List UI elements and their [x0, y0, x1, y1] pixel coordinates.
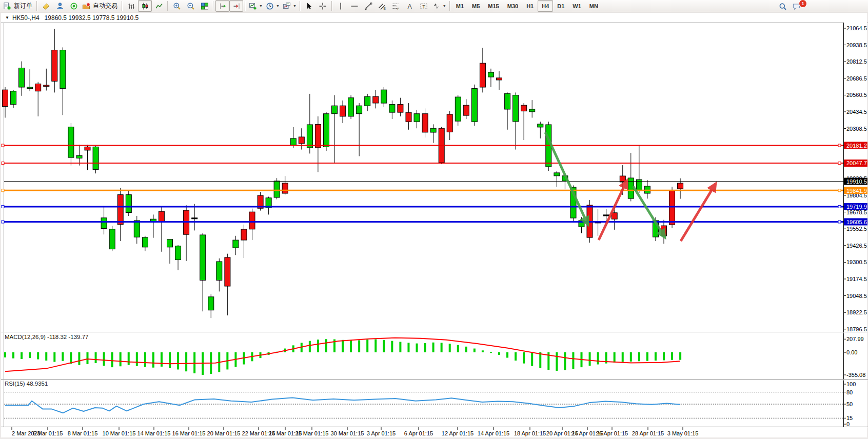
profiles-button[interactable]: ▼	[281, 0, 298, 12]
tf-h1[interactable]: H1	[522, 0, 538, 12]
periods-button[interactable]: ▼	[264, 0, 281, 12]
trading-terminal-window: 21064.520938.520812.520686.520560.520434…	[0, 0, 868, 439]
zoom-out-button[interactable]	[184, 0, 198, 12]
marketwatch-button[interactable]	[39, 0, 53, 12]
candlestick-chart-button[interactable]	[138, 0, 152, 12]
chart-collapse-icon[interactable]: ▼	[5, 15, 9, 20]
chart-canvas[interactable]: 21064.520938.520812.520686.520560.520434…	[0, 0, 868, 439]
candle	[126, 191, 131, 216]
macd-histogram-bar	[432, 343, 435, 352]
line-chart-button[interactable]	[152, 0, 166, 12]
toolbar-separator	[36, 1, 37, 11]
macd-histogram-bar	[391, 341, 393, 352]
macd-tick-label: -355.08	[846, 372, 865, 378]
macd-histogram-bar	[193, 352, 195, 373]
macd-histogram-bar	[29, 352, 31, 358]
macd-histogram-bar	[671, 352, 673, 360]
macd-histogram-bar	[169, 352, 171, 368]
toolbar-separator	[213, 1, 214, 11]
line-anchor-right[interactable]	[838, 162, 841, 165]
price-badge-label: 19605.6	[846, 219, 867, 225]
macd-histogram-bar	[37, 352, 39, 360]
data-window-button[interactable]	[53, 0, 67, 12]
macd-histogram-bar	[457, 345, 459, 352]
line-anchor-left[interactable]	[2, 221, 4, 223]
macd-histogram-bar	[498, 352, 500, 355]
line-anchor-left[interactable]	[2, 162, 4, 165]
price-badge-label: 19719.9	[846, 204, 867, 210]
crosshair-tool-button[interactable]	[316, 0, 330, 12]
signal-icon	[70, 2, 78, 10]
macd-histogram-bar	[62, 352, 64, 361]
tf-m30[interactable]: M30	[503, 0, 522, 12]
tf-d1[interactable]: D1	[553, 0, 568, 12]
cursor-tool-button[interactable]	[302, 0, 316, 12]
chevron-down-icon: ▼	[276, 4, 280, 8]
tf-w1[interactable]: W1	[568, 0, 585, 12]
rsi-tick-label: 80	[846, 389, 853, 395]
date-label: 26 Apr 01:15	[596, 430, 628, 436]
tf-m15-label: M15	[485, 3, 501, 9]
rsi-tick-label: 15	[846, 415, 853, 421]
bar-chart-button[interactable]	[124, 0, 138, 12]
macd-histogram-bar	[424, 343, 426, 352]
line-anchor-right[interactable]	[838, 205, 841, 208]
tile-windows-button[interactable]	[198, 0, 211, 12]
tf-mn[interactable]: MN	[585, 0, 602, 12]
macd-histogram-bar	[515, 352, 517, 361]
autoscroll-icon	[232, 2, 241, 10]
navigator-button[interactable]	[67, 0, 81, 12]
macd-tick-label: 0.00	[846, 349, 857, 355]
date-label: 16 Mar 01:15	[172, 430, 206, 436]
horizontal-line-tool[interactable]	[348, 0, 362, 12]
chart-shift-button[interactable]	[215, 0, 229, 12]
text-label-tool[interactable]	[417, 0, 431, 12]
auto-scroll-button[interactable]	[229, 0, 243, 12]
candle	[455, 95, 461, 126]
chart-background[interactable]	[1, 13, 867, 437]
macd-histogram-bar	[103, 352, 105, 366]
macd-histogram-bar	[4, 352, 6, 357]
rsi-tick-label: 0	[846, 421, 850, 427]
macd-tick-label: 207.99	[846, 336, 864, 342]
date-label: 28 Mar 01:15	[295, 430, 329, 436]
trendline-tool[interactable]	[362, 0, 376, 12]
fibonacci-tool[interactable]	[389, 0, 403, 12]
chart-ohlc-values: 19860.5 19932.5 19778.5 19910.5	[45, 14, 139, 22]
tf-h1-label: H1	[524, 3, 536, 9]
tf-mn-label: MN	[587, 3, 601, 9]
macd-histogram-bar	[589, 352, 591, 366]
chart-symbol-period: HK50-,H4	[12, 14, 40, 22]
tf-h4[interactable]: H4	[538, 0, 553, 12]
line-anchor-left[interactable]	[2, 144, 4, 147]
new-order-button[interactable]: 新订单	[2, 0, 35, 12]
search-button[interactable]	[776, 1, 790, 12]
vertical-line-tool[interactable]	[334, 0, 348, 12]
new-chart-button[interactable]: ▼	[247, 0, 264, 12]
tf-m5[interactable]: M5	[468, 0, 484, 12]
candle	[109, 226, 115, 251]
date-label: 3 May 01:15	[667, 430, 699, 436]
notifications-button[interactable]: 1	[790, 1, 803, 12]
text-tool[interactable]	[403, 0, 417, 12]
autotrading-button[interactable]: 自动交易	[81, 0, 120, 12]
date-label: 8 Mar 01:15	[68, 430, 98, 436]
line-anchor-left[interactable]	[2, 205, 4, 208]
tf-m15[interactable]: M15	[484, 0, 503, 12]
date-label: 6 Mar 01:15	[33, 430, 63, 436]
tf-m1[interactable]: M1	[452, 0, 468, 12]
arrows-tool[interactable]: ▼	[431, 0, 448, 12]
text-label-icon	[420, 2, 428, 10]
zoom-in-button[interactable]	[170, 0, 184, 12]
line-anchor-right[interactable]	[838, 221, 841, 223]
line-anchor-right[interactable]	[838, 189, 841, 192]
equidistant-channel-tool[interactable]	[376, 0, 389, 12]
toolbar-separator	[449, 1, 450, 11]
date-label: 3 Apr 01:15	[367, 430, 396, 436]
line-anchor-right[interactable]	[838, 144, 841, 147]
macd-histogram-bar	[111, 352, 113, 367]
macd-histogram-bar	[572, 352, 574, 369]
line-anchor-left[interactable]	[2, 189, 4, 192]
price-tick-label: 19048.5	[846, 293, 867, 299]
macd-histogram-bar	[449, 344, 451, 352]
